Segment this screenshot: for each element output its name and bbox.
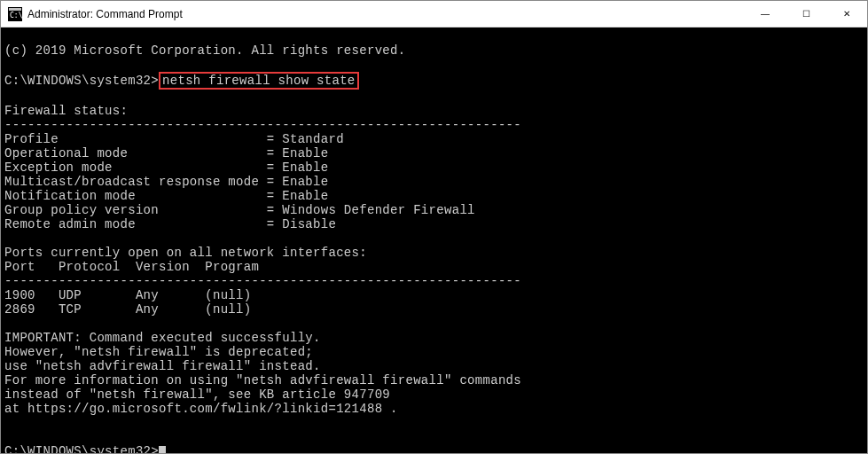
entered-command: netsh firewall show state	[162, 74, 356, 88]
cursor	[159, 446, 166, 453]
port-row: 2869 TCP Any (null)	[4, 302, 251, 317]
status-profile: Profile = Standard	[4, 132, 344, 146]
firewall-status-header: Firewall status:	[4, 104, 128, 118]
ports-columns: Port Protocol Version Program	[4, 260, 259, 274]
minimize-icon: —	[761, 9, 770, 19]
prompt-path: C:\WINDOWS\system32>	[4, 74, 159, 88]
status-exception-mode: Exception mode = Enable	[4, 160, 328, 175]
svg-rect-1	[9, 8, 21, 11]
status-multicast-mode: Multicast/broadcast response mode = Enab…	[4, 175, 328, 189]
port-row: 1900 UDP Any (null)	[4, 288, 251, 302]
svg-text:C:\: C:\	[10, 12, 22, 20]
important-line: use "netsh advfirewall firewall" instead…	[4, 359, 321, 373]
terminal-output[interactable]: (c) 2019 Microsoft Corporation. All righ…	[1, 27, 867, 453]
close-button[interactable]: ✕	[826, 1, 867, 27]
close-icon: ✕	[843, 9, 850, 19]
status-remote-admin: Remote admin mode = Disable	[4, 217, 336, 231]
divider-line: ----------------------------------------…	[4, 118, 521, 132]
minimize-button[interactable]: —	[745, 1, 786, 27]
important-line: For more information on using "netsh adv…	[4, 373, 521, 387]
maximize-icon: ☐	[802, 9, 810, 19]
prompt-path: C:\WINDOWS\system32>	[4, 444, 159, 453]
status-operational-mode: Operational mode = Enable	[4, 146, 328, 160]
window-controls: — ☐ ✕	[745, 1, 867, 27]
status-notification-mode: Notification mode = Enable	[4, 189, 328, 203]
copyright-line: (c) 2019 Microsoft Corporation. All righ…	[4, 43, 405, 58]
titlebar[interactable]: C:\ Administrator: Command Prompt — ☐ ✕	[1, 1, 867, 27]
maximize-button[interactable]: ☐	[786, 1, 826, 27]
status-group-policy: Group policy version = Windows Defender …	[4, 203, 475, 217]
important-line: at https://go.microsoft.com/fwlink/?link…	[4, 402, 398, 416]
ports-header: Ports currently open on all network inte…	[4, 246, 367, 260]
cmd-icon: C:\	[8, 7, 22, 21]
divider-line: ----------------------------------------…	[4, 274, 521, 288]
important-line: However, "netsh firewall" is deprecated;	[4, 345, 313, 359]
important-line: IMPORTANT: Command executed successfully…	[4, 331, 321, 345]
window-title: Administrator: Command Prompt	[27, 8, 745, 20]
important-line: instead of "netsh firewall", see KB arti…	[4, 387, 390, 402]
command-highlight: netsh firewall show state	[159, 72, 359, 90]
